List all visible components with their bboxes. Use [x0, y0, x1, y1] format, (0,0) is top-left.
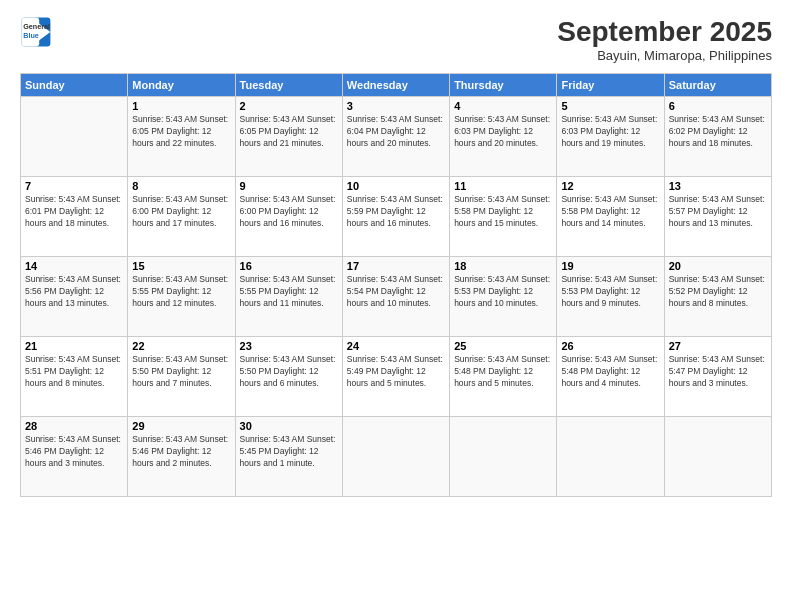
day-info: Sunrise: 5:43 AM Sunset: 5:46 PM Dayligh…	[132, 434, 230, 470]
calendar-cell	[342, 417, 449, 497]
day-number: 3	[347, 100, 445, 112]
day-info: Sunrise: 5:43 AM Sunset: 6:02 PM Dayligh…	[669, 114, 767, 150]
day-info: Sunrise: 5:43 AM Sunset: 5:46 PM Dayligh…	[25, 434, 123, 470]
day-number: 24	[347, 340, 445, 352]
month-title: September 2025	[557, 16, 772, 48]
weekday-header-row: SundayMondayTuesdayWednesdayThursdayFrid…	[21, 74, 772, 97]
calendar-cell: 5Sunrise: 5:43 AM Sunset: 6:03 PM Daylig…	[557, 97, 664, 177]
calendar-cell	[21, 97, 128, 177]
day-info: Sunrise: 5:43 AM Sunset: 5:47 PM Dayligh…	[669, 354, 767, 390]
calendar-cell: 17Sunrise: 5:43 AM Sunset: 5:54 PM Dayli…	[342, 257, 449, 337]
day-info: Sunrise: 5:43 AM Sunset: 5:50 PM Dayligh…	[240, 354, 338, 390]
day-info: Sunrise: 5:43 AM Sunset: 5:58 PM Dayligh…	[454, 194, 552, 230]
calendar-cell: 13Sunrise: 5:43 AM Sunset: 5:57 PM Dayli…	[664, 177, 771, 257]
calendar-cell: 18Sunrise: 5:43 AM Sunset: 5:53 PM Dayli…	[450, 257, 557, 337]
calendar-cell: 6Sunrise: 5:43 AM Sunset: 6:02 PM Daylig…	[664, 97, 771, 177]
weekday-header-sunday: Sunday	[21, 74, 128, 97]
day-number: 18	[454, 260, 552, 272]
calendar-table: SundayMondayTuesdayWednesdayThursdayFrid…	[20, 73, 772, 497]
calendar-cell	[450, 417, 557, 497]
calendar-cell: 11Sunrise: 5:43 AM Sunset: 5:58 PM Dayli…	[450, 177, 557, 257]
calendar-cell: 15Sunrise: 5:43 AM Sunset: 5:55 PM Dayli…	[128, 257, 235, 337]
calendar-cell	[664, 417, 771, 497]
day-number: 29	[132, 420, 230, 432]
calendar-cell: 20Sunrise: 5:43 AM Sunset: 5:52 PM Dayli…	[664, 257, 771, 337]
day-info: Sunrise: 5:43 AM Sunset: 5:53 PM Dayligh…	[561, 274, 659, 310]
day-info: Sunrise: 5:43 AM Sunset: 5:49 PM Dayligh…	[347, 354, 445, 390]
calendar-cell: 3Sunrise: 5:43 AM Sunset: 6:04 PM Daylig…	[342, 97, 449, 177]
logo: General Blue	[20, 16, 52, 48]
day-number: 15	[132, 260, 230, 272]
weekday-header-tuesday: Tuesday	[235, 74, 342, 97]
day-number: 28	[25, 420, 123, 432]
day-number: 9	[240, 180, 338, 192]
day-number: 2	[240, 100, 338, 112]
calendar-cell: 22Sunrise: 5:43 AM Sunset: 5:50 PM Dayli…	[128, 337, 235, 417]
week-row-4: 28Sunrise: 5:43 AM Sunset: 5:46 PM Dayli…	[21, 417, 772, 497]
calendar-cell: 2Sunrise: 5:43 AM Sunset: 6:05 PM Daylig…	[235, 97, 342, 177]
day-info: Sunrise: 5:43 AM Sunset: 5:52 PM Dayligh…	[669, 274, 767, 310]
day-number: 17	[347, 260, 445, 272]
logo-icon: General Blue	[20, 16, 52, 48]
calendar-cell: 24Sunrise: 5:43 AM Sunset: 5:49 PM Dayli…	[342, 337, 449, 417]
calendar-cell: 4Sunrise: 5:43 AM Sunset: 6:03 PM Daylig…	[450, 97, 557, 177]
day-number: 23	[240, 340, 338, 352]
calendar-cell: 16Sunrise: 5:43 AM Sunset: 5:55 PM Dayli…	[235, 257, 342, 337]
day-info: Sunrise: 5:43 AM Sunset: 5:56 PM Dayligh…	[25, 274, 123, 310]
day-number: 10	[347, 180, 445, 192]
day-number: 11	[454, 180, 552, 192]
calendar-cell: 1Sunrise: 5:43 AM Sunset: 6:05 PM Daylig…	[128, 97, 235, 177]
day-info: Sunrise: 5:43 AM Sunset: 5:55 PM Dayligh…	[240, 274, 338, 310]
week-row-1: 7Sunrise: 5:43 AM Sunset: 6:01 PM Daylig…	[21, 177, 772, 257]
calendar-cell: 21Sunrise: 5:43 AM Sunset: 5:51 PM Dayli…	[21, 337, 128, 417]
day-info: Sunrise: 5:43 AM Sunset: 5:45 PM Dayligh…	[240, 434, 338, 470]
day-info: Sunrise: 5:43 AM Sunset: 6:05 PM Dayligh…	[240, 114, 338, 150]
day-info: Sunrise: 5:43 AM Sunset: 5:59 PM Dayligh…	[347, 194, 445, 230]
header: General Blue September 2025 Bayuin, Mima…	[20, 16, 772, 63]
calendar-cell: 14Sunrise: 5:43 AM Sunset: 5:56 PM Dayli…	[21, 257, 128, 337]
day-info: Sunrise: 5:43 AM Sunset: 5:55 PM Dayligh…	[132, 274, 230, 310]
svg-text:Blue: Blue	[23, 31, 39, 40]
calendar-cell: 29Sunrise: 5:43 AM Sunset: 5:46 PM Dayli…	[128, 417, 235, 497]
day-info: Sunrise: 5:43 AM Sunset: 5:48 PM Dayligh…	[561, 354, 659, 390]
weekday-header-monday: Monday	[128, 74, 235, 97]
day-number: 21	[25, 340, 123, 352]
title-block: September 2025 Bayuin, Mimaropa, Philipp…	[557, 16, 772, 63]
day-number: 20	[669, 260, 767, 272]
day-number: 27	[669, 340, 767, 352]
day-number: 4	[454, 100, 552, 112]
day-info: Sunrise: 5:43 AM Sunset: 6:05 PM Dayligh…	[132, 114, 230, 150]
day-number: 30	[240, 420, 338, 432]
day-info: Sunrise: 5:43 AM Sunset: 5:50 PM Dayligh…	[132, 354, 230, 390]
weekday-header-saturday: Saturday	[664, 74, 771, 97]
day-number: 5	[561, 100, 659, 112]
calendar-cell: 28Sunrise: 5:43 AM Sunset: 5:46 PM Dayli…	[21, 417, 128, 497]
day-number: 7	[25, 180, 123, 192]
calendar-cell: 25Sunrise: 5:43 AM Sunset: 5:48 PM Dayli…	[450, 337, 557, 417]
calendar-cell: 19Sunrise: 5:43 AM Sunset: 5:53 PM Dayli…	[557, 257, 664, 337]
day-number: 19	[561, 260, 659, 272]
week-row-0: 1Sunrise: 5:43 AM Sunset: 6:05 PM Daylig…	[21, 97, 772, 177]
day-info: Sunrise: 5:43 AM Sunset: 6:00 PM Dayligh…	[240, 194, 338, 230]
day-info: Sunrise: 5:43 AM Sunset: 6:01 PM Dayligh…	[25, 194, 123, 230]
page: General Blue September 2025 Bayuin, Mima…	[0, 0, 792, 612]
week-row-2: 14Sunrise: 5:43 AM Sunset: 5:56 PM Dayli…	[21, 257, 772, 337]
day-number: 1	[132, 100, 230, 112]
day-info: Sunrise: 5:43 AM Sunset: 5:58 PM Dayligh…	[561, 194, 659, 230]
weekday-header-thursday: Thursday	[450, 74, 557, 97]
calendar-cell: 23Sunrise: 5:43 AM Sunset: 5:50 PM Dayli…	[235, 337, 342, 417]
day-info: Sunrise: 5:43 AM Sunset: 6:04 PM Dayligh…	[347, 114, 445, 150]
day-info: Sunrise: 5:43 AM Sunset: 6:03 PM Dayligh…	[454, 114, 552, 150]
day-number: 26	[561, 340, 659, 352]
calendar-cell	[557, 417, 664, 497]
day-number: 6	[669, 100, 767, 112]
day-number: 16	[240, 260, 338, 272]
day-info: Sunrise: 5:43 AM Sunset: 6:00 PM Dayligh…	[132, 194, 230, 230]
calendar-cell: 9Sunrise: 5:43 AM Sunset: 6:00 PM Daylig…	[235, 177, 342, 257]
calendar-cell: 30Sunrise: 5:43 AM Sunset: 5:45 PM Dayli…	[235, 417, 342, 497]
weekday-header-friday: Friday	[557, 74, 664, 97]
calendar-cell: 8Sunrise: 5:43 AM Sunset: 6:00 PM Daylig…	[128, 177, 235, 257]
day-info: Sunrise: 5:43 AM Sunset: 5:51 PM Dayligh…	[25, 354, 123, 390]
day-info: Sunrise: 5:43 AM Sunset: 5:57 PM Dayligh…	[669, 194, 767, 230]
day-info: Sunrise: 5:43 AM Sunset: 5:54 PM Dayligh…	[347, 274, 445, 310]
